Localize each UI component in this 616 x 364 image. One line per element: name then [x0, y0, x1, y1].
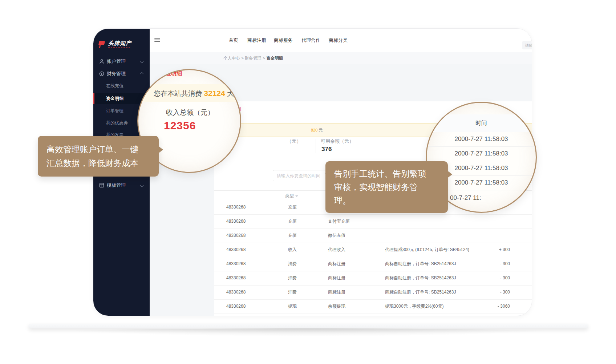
cell-amount: - 3060	[474, 299, 510, 314]
sidebar-subitem-orders[interactable]: 订单管理	[106, 106, 123, 116]
nav-tab-classification[interactable]: 商标分类	[329, 29, 348, 52]
magnified-banner-prefix: 您在本站共消费	[154, 90, 204, 97]
user-icon	[99, 59, 104, 64]
cell-order: 48330268	[226, 214, 246, 228]
table-row: 48330268 收入 代理收入 代理提成300元 (ID:1245, 订单号:…	[214, 243, 532, 257]
tooltip-left-line2: 汇总数据，降低财务成本	[46, 156, 159, 170]
sidebar-subitem-label: 订单管理	[106, 108, 123, 114]
sidebar-subitem-coupons[interactable]: 我的优惠券	[106, 118, 128, 128]
income-total-value: 12356	[164, 120, 196, 132]
laptop-base	[28, 324, 588, 328]
breadcrumb-current: 资金明细	[266, 56, 283, 60]
cell-type: 充值	[288, 228, 297, 243]
cell-amount: + 300	[474, 243, 510, 257]
table-row: 48330268 消费 商标注册 商标自助注册，订单号: SB2514263J …	[214, 271, 532, 286]
cell-project: 微信充值	[328, 228, 345, 243]
finance-icon	[99, 71, 104, 76]
cell-desc: 提现3000元，手续费2%(60元)	[385, 299, 443, 314]
stat-mid-label: （元）	[287, 138, 301, 145]
table-header-type[interactable]: 类型	[285, 191, 298, 201]
sidebar-item-label: 模板管理	[107, 182, 126, 189]
cell-type: 消费	[288, 271, 297, 285]
cell-desc: 商标自助注册，订单号: SB2514263J	[385, 285, 456, 299]
nav-tab-home[interactable]: 首页	[229, 29, 238, 52]
cell-order: 48330268	[226, 243, 246, 257]
breadcrumb-parents[interactable]: 个人中心 > 财务管理 >	[223, 56, 266, 60]
sidebar-item-account[interactable]: 账户管理	[93, 56, 150, 66]
brand-logo[interactable]: 头牌知产	[98, 40, 131, 49]
tooltip-left-line1: 高效管理账户订单、一键	[46, 142, 159, 156]
consumption-amount: 820	[311, 128, 317, 132]
sidebar-subitem-label: 资金明细	[106, 96, 123, 102]
cell-order: 48330268	[226, 271, 246, 285]
cell-project: 代理收入	[328, 243, 345, 257]
cell-project: 支付宝充值	[328, 214, 350, 228]
cell-order: 48330268	[226, 299, 246, 314]
cell-project: 商标注册	[328, 285, 345, 299]
sidebar-subitem-recharge[interactable]: 在线充值	[106, 81, 123, 90]
tooltip-right-line2: 审核，实现智能财务管	[334, 181, 448, 194]
cell-amount: - 300	[474, 257, 510, 271]
time-value: 2000-7-27 11:58:03	[427, 132, 536, 147]
active-indicator	[93, 93, 94, 104]
cell-type: 提现	[288, 299, 297, 314]
stat-balance-value: 376	[321, 146, 332, 153]
cell-desc: 商标自助注册，订单号: SB2514263J	[385, 257, 456, 271]
brand-logo-icon	[98, 40, 106, 49]
trademark-search-input[interactable]	[522, 41, 532, 49]
cell-order: 48330268	[226, 200, 246, 214]
income-total-label: 收入总额（元）	[166, 108, 214, 117]
tooltip-right-line3: 理。	[334, 194, 448, 207]
cell-amount: - 300	[474, 285, 510, 299]
sidebar-item-finance[interactable]: 财务管理	[93, 69, 150, 79]
cell-type: 收入	[288, 243, 297, 257]
cell-desc: 商标自助注册，订单号: SB2514263J	[385, 271, 456, 285]
cell-amount: - 300	[474, 271, 510, 285]
chevron-down-icon	[140, 60, 144, 63]
chevron-up-icon	[140, 72, 144, 76]
time-column-header: 时间	[427, 114, 536, 132]
table-row: 48330268 消费 商标注册 商标自助注册，订单号: SB2514263J …	[214, 285, 532, 300]
cell-project: 商标注册	[328, 257, 345, 271]
cell-desc: 代理提成300元 (ID:1245, 订单号: SB45124)	[385, 243, 469, 257]
brand-logo-text: 头牌知产	[108, 40, 131, 46]
cell-type: 消费	[288, 257, 297, 271]
table-row: 48330268 提现 余额提现 提现3000元，手续费2%(60元) - 30…	[214, 299, 532, 314]
sidebar-item-label: 财务管理	[107, 70, 126, 77]
table-row: 48330268 充值 支付宝充值	[214, 214, 532, 229]
top-navbar: 首页 商标注册 商标服务 代理合作 商标分类	[150, 29, 532, 52]
sidebar-item-templates[interactable]: 模板管理	[93, 180, 150, 190]
time-value: 2000-7-27 11:58:03	[427, 146, 536, 161]
stat-divider	[316, 139, 316, 153]
cell-project: 商标注册	[328, 271, 345, 285]
brand-logo-subline	[108, 47, 130, 48]
cell-order: 48330268	[226, 257, 246, 271]
table-row: 48330268 消费 商标注册 商标自助注册，订单号: SB2514263J …	[214, 257, 532, 271]
cell-type: 充值	[288, 214, 297, 228]
sort-caret-icon	[295, 195, 298, 197]
breadcrumb: 个人中心 > 财务管理 > 资金明细	[223, 52, 283, 64]
cell-project: 余额提现	[328, 299, 345, 314]
nav-tab-trademark-service[interactable]: 商标服务	[274, 29, 293, 52]
time-value-partial: 00-7-27 11:	[450, 194, 481, 202]
hamburger-menu-icon[interactable]	[154, 38, 160, 42]
page: 头牌知产 账户管理 财务管理	[0, 0, 616, 364]
laptop-base-shadow	[51, 328, 567, 336]
table-row: 48330268 充值 微信充值	[214, 228, 532, 243]
consumption-unit: 元	[317, 128, 323, 132]
consumption-banner-text: 820 元	[311, 123, 323, 137]
magnified-banner: 您在本站共消费 32124 大	[138, 84, 240, 102]
stat-balance-label: 可用余额（元）	[321, 138, 354, 145]
sidebar-subitem-label: 在线充值	[106, 83, 123, 89]
sidebar-item-label: 账户管理	[107, 58, 126, 65]
tooltip-left: 高效管理账户订单、一键 汇总数据，降低财务成本	[38, 136, 159, 177]
chevron-down-icon	[140, 183, 144, 187]
cell-type: 消费	[288, 285, 297, 299]
nav-tab-trademark-register[interactable]: 商标注册	[247, 29, 266, 52]
magnified-banner-value: 32124	[204, 89, 225, 97]
cell-type: 充值	[288, 200, 297, 214]
cell-order: 48330268	[226, 285, 246, 299]
template-icon	[99, 183, 104, 188]
nav-tab-agent[interactable]: 代理合作	[301, 29, 320, 52]
tooltip-right: 告别手工统计、告别繁琐 审核，实现智能财务管 理。	[325, 161, 448, 213]
